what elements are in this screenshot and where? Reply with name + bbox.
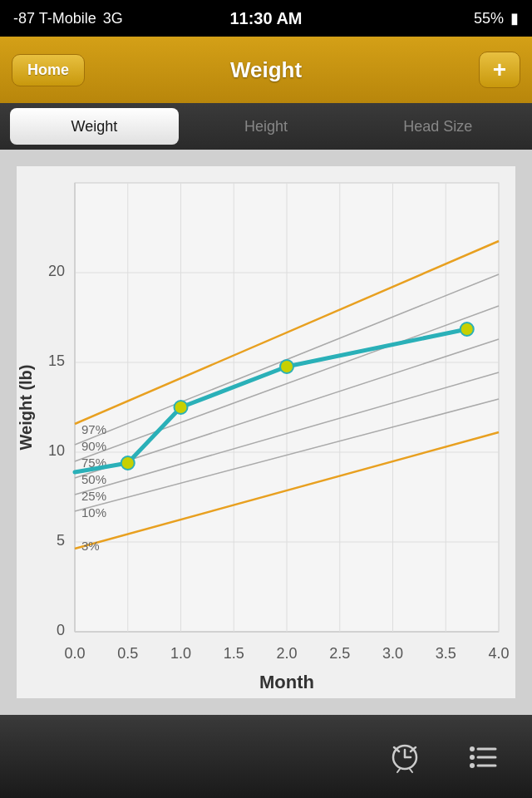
svg-point-60 xyxy=(470,763,475,768)
svg-text:15: 15 xyxy=(48,352,65,369)
tab-bar: Weight Height Head Size xyxy=(0,103,532,150)
header: Home Weight + xyxy=(0,37,532,103)
status-bar: -87 T-Mobile 3G 11:30 AM 55% ▮ xyxy=(0,0,532,37)
svg-point-45 xyxy=(121,456,135,470)
svg-text:4.0: 4.0 xyxy=(488,645,509,662)
svg-text:3%: 3% xyxy=(81,539,100,553)
svg-point-47 xyxy=(280,360,293,373)
svg-text:10%: 10% xyxy=(81,505,106,520)
status-right: 55% ▮ xyxy=(474,9,519,27)
svg-text:90%: 90% xyxy=(81,439,106,453)
header-title: Weight xyxy=(230,57,302,83)
svg-text:0.0: 0.0 xyxy=(64,645,85,662)
svg-line-54 xyxy=(397,769,400,772)
svg-point-56 xyxy=(470,746,475,751)
chart-svg: 0 5 10 15 20 0.0 0.5 1.0 1.5 2.0 2.5 3.0… xyxy=(17,166,515,698)
svg-text:2.0: 2.0 xyxy=(276,645,297,662)
svg-text:1.5: 1.5 xyxy=(224,645,244,662)
svg-text:5: 5 xyxy=(57,532,65,549)
status-left: -87 T-Mobile 3G xyxy=(13,10,123,27)
network-text: 3G xyxy=(103,10,123,27)
svg-text:25%: 25% xyxy=(81,489,106,503)
svg-point-46 xyxy=(175,401,188,414)
bottom-bar xyxy=(0,715,532,798)
battery-icon: ▮ xyxy=(510,9,519,27)
svg-point-48 xyxy=(461,323,474,336)
svg-text:3.5: 3.5 xyxy=(436,645,456,662)
add-button[interactable]: + xyxy=(479,52,520,88)
svg-text:50%: 50% xyxy=(81,472,106,486)
chart-inner: 0 5 10 15 20 0.0 0.5 1.0 1.5 2.0 2.5 3.0… xyxy=(17,166,515,698)
tab-height[interactable]: Height xyxy=(182,108,351,145)
home-button[interactable]: Home xyxy=(12,54,85,86)
svg-text:0: 0 xyxy=(57,622,65,638)
tab-weight[interactable]: Weight xyxy=(10,108,179,145)
time-text: 11:30 AM xyxy=(229,9,302,28)
menu-icon[interactable] xyxy=(464,739,499,774)
battery-text: 55% xyxy=(474,10,504,27)
svg-text:Weight (lb): Weight (lb) xyxy=(17,365,35,451)
svg-text:1.0: 1.0 xyxy=(170,645,191,662)
svg-text:2.5: 2.5 xyxy=(329,645,350,662)
tab-head-size[interactable]: Head Size xyxy=(353,108,522,145)
svg-text:Month: Month xyxy=(259,672,314,692)
svg-point-58 xyxy=(470,755,475,760)
svg-text:97%: 97% xyxy=(81,422,106,436)
signal-text: -87 T-Mobile xyxy=(13,10,96,27)
svg-text:3.0: 3.0 xyxy=(382,645,403,662)
svg-line-55 xyxy=(410,769,412,772)
svg-text:20: 20 xyxy=(48,263,65,279)
svg-text:0.5: 0.5 xyxy=(117,645,138,662)
svg-text:10: 10 xyxy=(48,442,65,459)
alarm-icon[interactable] xyxy=(387,739,422,774)
chart-container: 0 5 10 15 20 0.0 0.5 1.0 1.5 2.0 2.5 3.0… xyxy=(0,150,532,715)
